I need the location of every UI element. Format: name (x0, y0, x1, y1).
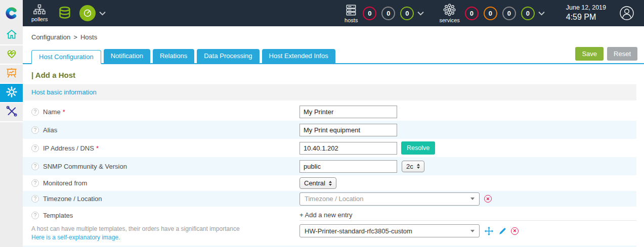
form-row-monitored-from: Monitored from Central (23, 175, 636, 191)
centreon-logo-icon (4, 6, 19, 21)
timezone-select[interactable]: Timezone / Location (299, 192, 480, 206)
snmp-label: SNMP Community & Version (43, 163, 127, 170)
time-text: 4:59 PM (566, 12, 606, 22)
sidebar-item-administration[interactable] (0, 103, 23, 122)
required-marker: * (63, 108, 65, 116)
sidebar-item-monitoring[interactable] (0, 45, 23, 65)
add-template-entry[interactable]: + Add a new entry (299, 210, 636, 221)
hosts-down-badge[interactable]: 0 (363, 7, 376, 20)
form-row-templates: Templates A host can have multiple templ… (23, 207, 636, 245)
tools-icon (5, 105, 18, 120)
pollers-label: pollers (31, 16, 48, 22)
form-row-name: Name * (23, 103, 636, 121)
form-row-ip: IP Address / DNS * Resolve (23, 139, 636, 157)
alias-input[interactable] (299, 124, 397, 136)
help-icon[interactable] (31, 108, 39, 116)
pollers-icon (33, 4, 46, 16)
form-row-snmp: SNMP Community & Version 2c (23, 157, 636, 175)
chevron-down-icon[interactable] (538, 11, 545, 16)
breadcrumb-separator: > (73, 33, 77, 41)
tab-notification[interactable]: Notification (104, 49, 150, 63)
services-menu[interactable]: services (439, 3, 459, 23)
template-select[interactable]: HW-Printer-standard-rfc3805-custom (299, 224, 480, 237)
tab-data-processing[interactable]: Data Processing (197, 49, 259, 63)
services-warning-badge[interactable]: 0 (484, 7, 497, 20)
main-content: Configuration>Hosts Host Configuration N… (23, 26, 644, 247)
chevron-down-icon[interactable] (99, 11, 106, 16)
help-icon[interactable] (31, 144, 39, 152)
save-button[interactable]: Save (575, 47, 604, 61)
hosts-icon (345, 4, 358, 17)
services-critical-badge[interactable]: 0 (465, 7, 479, 20)
timezone-label: Timezone / Location (43, 195, 102, 203)
move-template-icon[interactable] (484, 226, 494, 236)
hosts-status-group: hosts 0 0 0 (345, 4, 424, 23)
caret-down-icon (470, 230, 475, 232)
heart-pulse-icon (5, 47, 18, 62)
edit-template-icon[interactable] (498, 227, 507, 235)
monitored-from-value: Central (304, 179, 325, 187)
help-icon[interactable] (31, 212, 39, 219)
ip-input[interactable] (299, 142, 397, 155)
tab-host-extended-infos[interactable]: Host Extended Infos (262, 49, 335, 63)
name-input[interactable] (299, 106, 397, 118)
ip-label: IP Address / DNS (43, 144, 94, 152)
home-icon (5, 28, 18, 43)
centreon-logo[interactable] (0, 0, 23, 26)
help-icon[interactable] (31, 126, 39, 134)
page-title: | Add a Host (23, 64, 644, 84)
user-avatar-icon[interactable] (619, 6, 634, 21)
clear-timezone-icon[interactable] (484, 195, 492, 203)
hosts-unreachable-badge[interactable]: 0 (381, 7, 395, 20)
help-icon[interactable] (31, 179, 39, 187)
date-text: June 12, 2019 (566, 4, 606, 12)
top-bar: pollers hosts (0, 0, 644, 26)
database-icon[interactable] (57, 6, 72, 21)
reset-button[interactable]: Reset (607, 47, 637, 61)
caret-down-icon (470, 197, 475, 200)
services-ok-badge[interactable]: 0 (521, 7, 535, 20)
snmp-version-select[interactable]: 2c (402, 161, 424, 172)
snmp-community-input[interactable] (299, 160, 397, 173)
snmp-version-value: 2c (406, 163, 413, 170)
tab-bar: Host Configuration Notification Relation… (23, 47, 644, 64)
services-unknown-badge[interactable]: 0 (502, 7, 516, 20)
sidebar-item-home[interactable] (0, 26, 23, 45)
breadcrumb-hosts[interactable]: Hosts (80, 33, 97, 41)
hosts-label: hosts (345, 17, 358, 23)
chevron-down-icon[interactable] (417, 11, 424, 16)
services-status-group: services 0 0 0 0 (439, 3, 544, 23)
select-arrows-icon (417, 164, 420, 169)
timezone-placeholder: Timezone / Location (305, 195, 364, 203)
tab-relations[interactable]: Relations (153, 49, 194, 63)
pollers-menu[interactable]: pollers (31, 4, 48, 22)
template-value: HW-Printer-standard-rfc3805-custom (305, 227, 412, 235)
help-icon[interactable] (31, 195, 39, 203)
templates-note: A host can have multiple templates, thei… (31, 225, 299, 232)
hosts-up-badge[interactable]: 0 (400, 7, 414, 20)
services-label: services (439, 17, 459, 23)
hosts-menu[interactable]: hosts (345, 4, 358, 23)
form-row-timezone: Timezone / Location Timezone / Location (23, 191, 636, 207)
breadcrumb: Configuration>Hosts (23, 26, 644, 41)
required-marker: * (96, 144, 99, 152)
form-actions: Save Reset (575, 47, 637, 61)
breadcrumb-configuration[interactable]: Configuration (31, 33, 70, 41)
gear-icon (6, 86, 18, 100)
templates-example-link[interactable]: Here is a self-explanatory image. (31, 234, 120, 241)
host-form: Name * Alias IP Address / DNS * (23, 103, 636, 247)
templates-label: Templates (43, 212, 73, 219)
alias-label: Alias (43, 126, 57, 134)
name-label: Name (43, 108, 61, 116)
section-header: Host basic information (23, 84, 636, 101)
delete-template-icon[interactable] (511, 227, 519, 235)
select-arrows-icon (329, 181, 332, 186)
sidebar-item-reporting[interactable] (0, 65, 23, 84)
help-icon[interactable] (31, 163, 39, 170)
resolve-button[interactable]: Resolve (401, 141, 435, 155)
tab-host-configuration[interactable]: Host Configuration (31, 50, 101, 64)
monitored-from-select[interactable]: Central (299, 177, 336, 189)
sidebar (0, 26, 23, 247)
gauge-icon[interactable] (79, 5, 96, 21)
sidebar-item-configuration[interactable] (0, 84, 23, 103)
